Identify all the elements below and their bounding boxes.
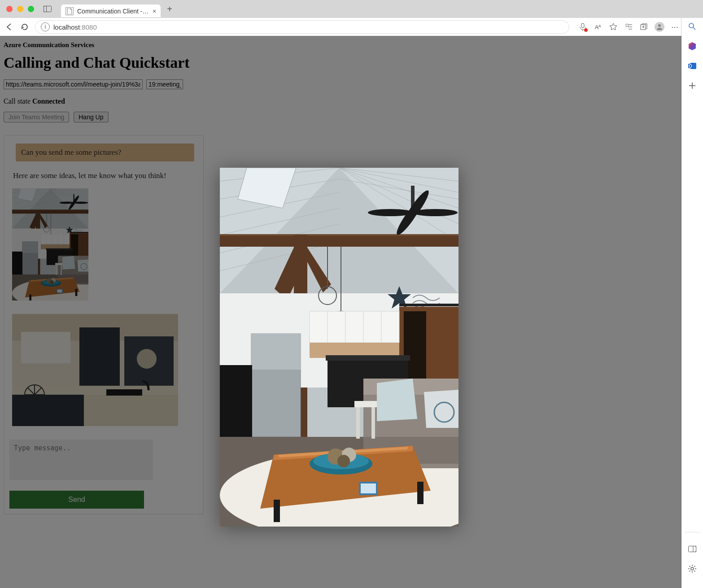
svg-point-104 <box>691 567 694 570</box>
outlook-icon[interactable] <box>687 61 697 71</box>
tab-title: Communication Client - Calling <box>77 8 149 15</box>
minimize-window-button[interactable] <box>17 6 23 12</box>
sidebar-add-icon[interactable] <box>687 81 697 91</box>
titlebar: Communication Client - Calling × + <box>0 0 703 18</box>
site-info-icon[interactable]: i <box>41 22 50 31</box>
page-icon <box>65 7 74 15</box>
browser-tab[interactable]: Communication Client - Calling × <box>61 4 161 18</box>
collections-icon[interactable] <box>639 22 648 31</box>
window-controls <box>6 6 34 12</box>
tab-overview-icon[interactable] <box>43 4 52 13</box>
profile-avatar-icon[interactable] <box>655 22 664 32</box>
svg-line-112 <box>694 566 695 567</box>
svg-rect-86 <box>44 6 47 12</box>
browser-window: Communication Client - Calling × + i loc… <box>0 0 703 588</box>
tab-close-icon[interactable]: × <box>153 8 156 15</box>
svg-point-95 <box>689 23 694 28</box>
favorites-list-icon[interactable] <box>624 22 633 31</box>
url-text: localhost:8080 <box>53 23 97 31</box>
svg-line-96 <box>693 27 695 30</box>
menu-icon[interactable]: ⋯ <box>671 22 680 31</box>
svg-rect-103 <box>693 546 696 552</box>
m365-icon[interactable] <box>687 41 697 51</box>
favorite-star-icon[interactable] <box>609 22 618 31</box>
microphone-icon[interactable] <box>578 22 587 31</box>
close-window-button[interactable] <box>6 6 13 12</box>
sidebar-search-icon[interactable] <box>687 22 697 31</box>
settings-gear-icon[interactable] <box>687 564 697 574</box>
svg-rect-102 <box>689 546 696 552</box>
address-bar[interactable]: i localhost:8080 <box>35 20 569 34</box>
page-viewport: Azure Communication Services Calling and… <box>0 36 681 588</box>
living-room-large-icon <box>220 168 458 527</box>
svg-line-110 <box>694 571 695 571</box>
svg-rect-85 <box>44 6 52 12</box>
new-tab-button[interactable]: + <box>167 4 172 14</box>
refresh-button[interactable] <box>20 22 30 32</box>
toolbar: i localhost:8080 Aᴬ ⋯ <box>0 18 703 36</box>
svg-point-94 <box>658 24 661 27</box>
toolbar-right: Aᴬ ⋯ <box>578 21 699 33</box>
svg-line-111 <box>690 571 690 571</box>
sidebar-panel-icon[interactable] <box>687 544 697 554</box>
svg-rect-87 <box>581 23 584 28</box>
read-aloud-icon[interactable]: Aᴬ <box>594 22 603 31</box>
svg-line-109 <box>690 566 690 567</box>
edge-sidebar <box>681 18 703 588</box>
back-button[interactable] <box>4 22 14 32</box>
maximize-window-button[interactable] <box>28 6 34 12</box>
image-lightbox[interactable] <box>220 168 458 527</box>
